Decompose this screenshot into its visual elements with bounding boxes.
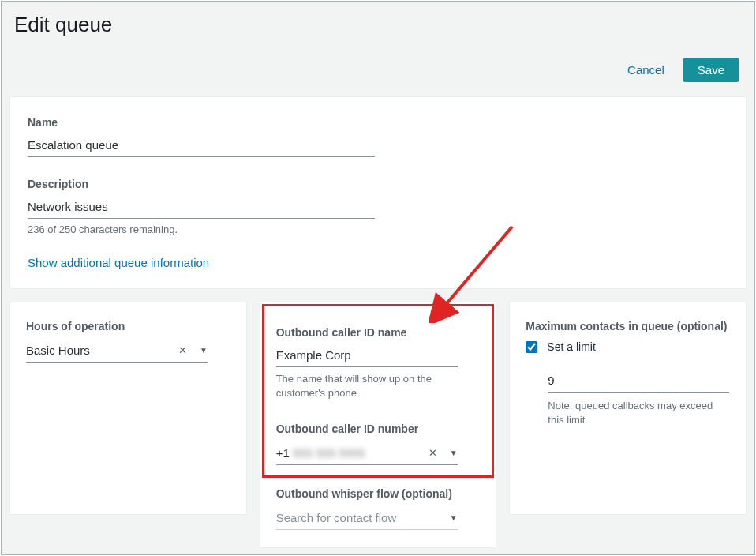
description-label: Description <box>28 178 728 190</box>
outbound-whisper-label: Outbound whisper flow (optional) <box>276 487 481 500</box>
outbound-id-name-input[interactable] <box>276 347 458 367</box>
outbound-whisper-select[interactable]: Search for contact flow ▼ <box>276 508 458 530</box>
hours-select[interactable]: Basic Hours ✕ ▼ <box>26 340 208 363</box>
outbound-id-number-label: Outbound caller ID number <box>276 423 481 435</box>
description-input[interactable] <box>28 197 375 219</box>
chevron-down-icon[interactable]: ▼ <box>195 346 208 355</box>
outbound-panel: Outbound caller ID name The name that wi… <box>260 302 497 548</box>
char-remaining-text: 236 of 250 characters remaining. <box>28 224 728 235</box>
limit-note: Note: queued callbacks may exceed this l… <box>548 399 729 427</box>
outbound-id-name-help: The name that will show up on the custom… <box>276 372 466 400</box>
outbound-id-number-redacted: 555 555 5555 <box>293 446 365 460</box>
hours-value: Basic Hours <box>26 344 170 357</box>
chevron-down-icon[interactable]: ▼ <box>445 513 458 522</box>
max-contacts-label: Maximum contacts in queue (optional) <box>526 320 730 332</box>
action-bar: Cancel Save <box>9 53 747 92</box>
clear-icon[interactable]: ✕ <box>170 344 195 356</box>
page-title: Edit queue <box>14 13 742 37</box>
outbound-id-number-prefix: +1 <box>276 446 290 460</box>
show-additional-info-link[interactable]: Show additional queue information <box>28 256 209 269</box>
max-contacts-panel: Maximum contacts in queue (optional) Set… <box>509 302 747 515</box>
set-limit-checkbox[interactable] <box>526 341 537 353</box>
outbound-id-number-value: +1 555 555 5555 <box>276 446 421 460</box>
limit-input[interactable] <box>548 372 729 393</box>
hours-label: Hours of operation <box>26 320 230 332</box>
outbound-id-name-label: Outbound caller ID name <box>276 326 481 339</box>
basic-info-panel: Name Description 236 of 250 characters r… <box>9 96 747 289</box>
name-label: Name <box>28 116 728 129</box>
cancel-button[interactable]: Cancel <box>627 63 664 77</box>
clear-icon[interactable]: ✕ <box>421 447 445 459</box>
chevron-down-icon[interactable]: ▼ <box>445 449 458 457</box>
outbound-whisper-placeholder: Search for contact flow <box>276 511 445 524</box>
name-input[interactable] <box>28 135 375 157</box>
set-limit-label: Set a limit <box>547 340 595 353</box>
hours-panel: Hours of operation Basic Hours ✕ ▼ <box>9 302 247 515</box>
save-button[interactable]: Save <box>683 58 739 82</box>
outbound-id-number-select[interactable]: +1 555 555 5555 ✕ ▼ <box>276 443 458 465</box>
